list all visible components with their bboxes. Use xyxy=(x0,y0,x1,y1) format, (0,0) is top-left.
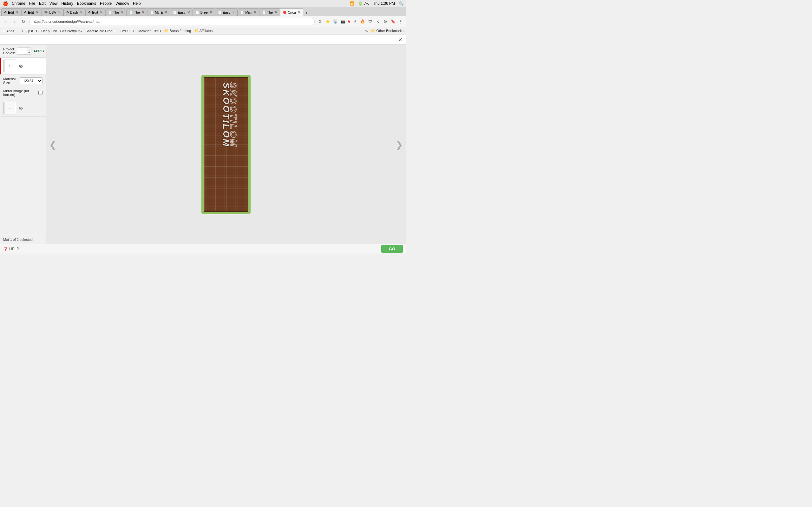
material-size-label: Material Size xyxy=(3,77,18,84)
extensions-icon[interactable]: ⚙ xyxy=(317,19,323,24)
mirror-checkbox[interactable] xyxy=(38,91,43,95)
pinterest-icon[interactable]: P xyxy=(352,19,358,24)
bookmark-cjdeeplink[interactable]: CJ Deep Link xyxy=(36,29,57,33)
window-menu[interactable]: Window xyxy=(115,1,129,6)
cutting-mat-outer: SKOOTILOM SKOOTILOM xyxy=(201,75,251,214)
mat-item-2[interactable]: img ⊗ xyxy=(0,100,46,117)
tab-edit-2[interactable]: ⚙Edit✕ xyxy=(21,8,41,16)
bookmark-apps[interactable]: ⊞ Apps xyxy=(3,29,14,33)
bookmark-byu[interactable]: BYU xyxy=(154,29,161,33)
cast-icon[interactable]: 📡 xyxy=(333,19,338,24)
new-tab-button[interactable]: + xyxy=(303,10,310,16)
bookmark-mavelet[interactable]: Mavelet xyxy=(138,29,151,33)
tab-close-micr[interactable]: ✕ xyxy=(254,10,256,14)
url-text: https://us.cricut.com/design/#/canvas/ma… xyxy=(33,20,100,23)
tab-close-dash[interactable]: ✕ xyxy=(80,10,83,14)
tab-close-the1[interactable]: ✕ xyxy=(121,10,123,14)
bookmarks-more-button[interactable]: » xyxy=(365,29,368,34)
help-menu[interactable]: Help xyxy=(133,1,141,6)
material-size-select[interactable]: 12X24 12X12 Custom xyxy=(20,77,43,84)
tab-close-1[interactable]: ✕ xyxy=(16,10,18,14)
overflow-btn[interactable]: ⋮ xyxy=(398,19,403,24)
tab-usa[interactable]: 🏁USA✕ xyxy=(41,8,63,16)
bookmark-flipit[interactable]: + Flip it xyxy=(21,29,33,33)
bookmark-folder-affiliates[interactable]: 📁 Affiliates xyxy=(194,29,212,33)
tab-bree[interactable]: 📄Bree✕ xyxy=(193,8,215,16)
tab-close-mye[interactable]: ✕ xyxy=(165,10,167,14)
tab-easy-1[interactable]: 📄Easy✕ xyxy=(170,8,193,16)
history-menu[interactable]: History xyxy=(61,1,73,6)
tab-easy-2[interactable]: 📄Easy✕ xyxy=(215,8,238,16)
ext-icon-4[interactable]: G xyxy=(383,19,388,24)
bookmarks-menu[interactable]: Bookmarks xyxy=(77,1,96,6)
tab-the-1[interactable]: 📄The✕ xyxy=(105,8,126,16)
url-bar[interactable]: https://us.cricut.com/design/#/canvas/ma… xyxy=(29,18,315,25)
close-button[interactable]: ✕ xyxy=(397,37,403,43)
mirror-row: Mirror Image (for iron-on) xyxy=(0,87,46,99)
tab-dash[interactable]: ⚙Dash✕ xyxy=(63,8,86,16)
project-copies-label: Project Copies: xyxy=(3,47,15,55)
apple-menu[interactable]: 🍎 xyxy=(3,1,8,6)
mat-cricut-icon-1: ⊗ xyxy=(19,63,23,69)
bookmark-icon[interactable]: ⭐ xyxy=(325,19,331,24)
ext-icon-3[interactable]: K xyxy=(375,19,380,24)
tab-close-easy1[interactable]: ✕ xyxy=(188,10,190,14)
tab-close-cricut[interactable]: ✕ xyxy=(298,10,300,14)
cutting-mat-inner: SKOOTILOM SKOOTILOM xyxy=(204,77,248,212)
tab-micr[interactable]: 📄Micr✕ xyxy=(238,8,259,16)
copies-input[interactable] xyxy=(17,48,27,54)
tab-close-usa[interactable]: ✕ xyxy=(58,10,61,14)
tab-the-3[interactable]: 📄The✕ xyxy=(259,8,280,16)
nav-arrow-right[interactable]: ❯ xyxy=(396,139,403,150)
tab-close-easy2[interactable]: ✕ xyxy=(232,10,235,14)
bookmark-byuctl[interactable]: BYU CTL xyxy=(120,29,135,33)
bookmark-folder-other[interactable]: 📁 Other Bookmarks xyxy=(371,29,403,33)
help-icon: ❓ xyxy=(3,247,8,251)
help-button[interactable]: ❓ HELP xyxy=(3,247,19,251)
address-bar: ‹ › ↻ https://us.cricut.com/design/#/can… xyxy=(0,16,406,27)
tab-close-2[interactable]: ✕ xyxy=(36,10,38,14)
forward-button[interactable]: › xyxy=(11,18,18,25)
chrome-menu[interactable]: Chrome xyxy=(12,1,26,6)
tab-edit-3[interactable]: ⚙Edit✕ xyxy=(85,8,105,16)
main-area: Project Copies: ▲ ▼ APPLY text ⊗ xyxy=(0,45,406,244)
file-menu[interactable]: File xyxy=(29,1,35,6)
apps-icon: ⊞ xyxy=(3,29,5,33)
apply-button[interactable]: APPLY xyxy=(33,49,45,53)
tab-close-bree[interactable]: ✕ xyxy=(210,10,212,14)
reload-button[interactable]: ↻ xyxy=(20,18,27,25)
tab-close-the2[interactable]: ✕ xyxy=(142,10,144,14)
go-button[interactable]: GO xyxy=(381,245,403,253)
menubar: 🍎 Chrome File Edit View History Bookmark… xyxy=(0,0,406,7)
mat-item-1[interactable]: text ⊗ xyxy=(0,58,46,74)
ext-icon-1[interactable]: 🔥 xyxy=(360,19,365,24)
tab-edit-1[interactable]: ⚙Edit✕ xyxy=(1,8,21,16)
bookmark-folder-breastfeeding[interactable]: 📁 Breastfeeding xyxy=(164,29,191,33)
main-content: ✕ Project Copies: ▲ ▼ APPLY xyxy=(0,35,406,244)
tab-the-2[interactable]: 📄The✕ xyxy=(126,8,147,16)
edit-menu[interactable]: Edit xyxy=(39,1,46,6)
screenshot-icon[interactable]: 📸 xyxy=(340,19,346,24)
people-menu[interactable]: People xyxy=(100,1,112,6)
project-copies-row: Project Copies: ▲ ▼ APPLY xyxy=(0,45,46,58)
canvas-area: ❮ xyxy=(46,45,406,244)
cutting-mat-container: SKOOTILOM SKOOTILOM xyxy=(201,75,251,214)
ext-icon-2[interactable]: 🛡 xyxy=(367,19,373,24)
tab-close-the3[interactable]: ✕ xyxy=(275,10,277,14)
copies-input-wrap: ▲ ▼ xyxy=(17,48,32,55)
search-icon[interactable]: 🔍 xyxy=(399,1,403,6)
bookmark-shareasale[interactable]: ShareASale Produ... xyxy=(85,29,117,33)
close-button-row: ✕ xyxy=(0,35,406,45)
back-button[interactable]: ‹ xyxy=(3,18,9,25)
view-menu[interactable]: View xyxy=(49,1,58,6)
bookmark-prettylink[interactable]: Get PrettyLink xyxy=(60,29,83,33)
clock: Thu 1:36 PM xyxy=(373,1,395,6)
nav-arrow-left[interactable]: ❮ xyxy=(49,139,56,150)
copies-down-button[interactable]: ▼ xyxy=(27,51,31,54)
copies-up-button[interactable]: ▲ xyxy=(27,48,31,51)
tab-bar: ⚙Edit✕ ⚙Edit✕ 🏁USA✕ ⚙Dash✕ ⚙Edit✕ 📄The✕ … xyxy=(0,7,406,16)
ext-icon-5[interactable]: 🔖 xyxy=(390,19,396,24)
tab-close-edit3[interactable]: ✕ xyxy=(100,10,102,14)
tab-mye[interactable]: 📄My E✕ xyxy=(147,8,170,16)
tab-cricut[interactable]: 🔴Cricu✕ xyxy=(280,8,303,16)
